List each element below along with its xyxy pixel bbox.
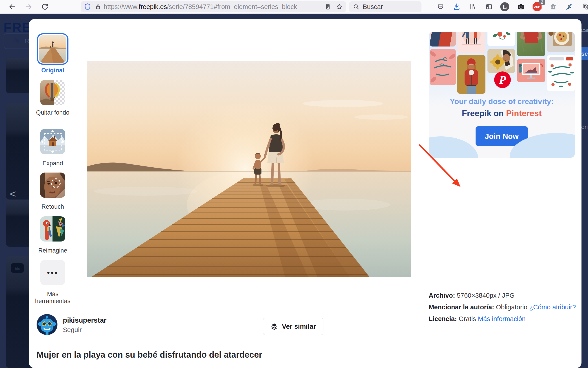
search-icon [353,3,360,10]
pinterest-promo-banner: P Your daily dose of creativity: Freepik… [429,32,575,158]
layers-icon [270,322,278,331]
lastpass-icon: L [500,2,509,11]
more-info-link[interactable]: Más información [478,315,526,322]
puzzle-icon [582,3,588,10]
sidebar-toggle-button[interactable] [484,0,494,13]
tracking-protection-shield-icon[interactable] [84,3,91,10]
tool-expand[interactable] [40,129,65,154]
background-login-text-fragment: esi [581,27,588,34]
adblock-badge: 2 [539,0,545,5]
sidebar-icon [485,3,493,10]
pinterest-logo: P [494,72,511,88]
search-input[interactable]: Buscar [349,1,421,12]
tool-reimagine[interactable] [40,216,65,241]
adblock-extension-button[interactable]: ABP 2 [532,0,542,13]
annotation-arrow [417,143,466,192]
library-button[interactable] [468,0,478,13]
remove-background-thumbnail [40,80,65,105]
back-button[interactable] [7,0,18,13]
author-avatar[interactable] [36,314,57,335]
attribution-info-line: Mencionar la autoría: Obligatorio ¿Cómo … [429,304,577,311]
collage-sunflower-tile [487,49,515,73]
camera-icon [517,3,525,11]
browser-toolbar: https://www.freepik.es/serie/78594771#fr… [0,0,588,14]
collage-illustration-tile [457,32,485,53]
downloads-button[interactable] [452,0,462,13]
incognito-extension-button[interactable] [548,0,558,13]
background-download-button-fragment: sc [581,47,588,60]
extensions-puzzle-button[interactable] [580,0,588,13]
collage-floral-tile [487,32,515,46]
bookmark-star-icon[interactable] [336,3,343,10]
follow-link[interactable]: Seguir [63,326,82,334]
collage-positive-energy-tile [547,55,575,91]
author-name[interactable]: pikisuperstar [63,316,107,324]
banner-subheadline: Freepik on Pinterest [429,109,575,118]
reload-button[interactable] [40,0,50,13]
pocket-button[interactable] [435,0,446,13]
pocket-icon [437,3,444,10]
freepik-logo-fragment: FRE [4,20,31,35]
how-to-attribute-link[interactable]: ¿Cómo atribuir? [529,304,576,311]
original-thumbnail-image [39,35,66,63]
lock-icon[interactable] [95,3,101,10]
back-arrow-icon [9,3,16,10]
reload-icon [41,3,49,10]
collage-beret-woman-tile [457,55,485,94]
file-info-line: Archivo: 5760×3840px / JPG [429,292,577,299]
ellipsis-icon: ••• [47,268,59,277]
forward-arrow-icon [25,3,32,10]
url-text: https://www.freepik.es/serie/78594771#fr… [104,3,297,10]
reader-mode-icon[interactable] [325,3,331,10]
downloads-arrow-icon [453,3,461,10]
collage-food-photo-tile [547,32,575,52]
screenshot-extension-button[interactable] [516,0,526,13]
spy-icon [549,3,557,10]
tool-more-tools[interactable]: ••• [40,260,65,285]
tool-reimagine-label: Reimagine [30,247,75,254]
collage-adventure-card-tile [430,49,456,85]
tool-retouch-label: Retouch [30,203,75,210]
arrow-extension-icon [566,3,573,10]
collage-yoga-illustration-tile [517,59,545,82]
shapes-icon [14,39,19,43]
collage-photo-tile [517,32,545,56]
screenshot-root: FRE R < esi sc eri [0,0,588,368]
tool-remove-background[interactable] [40,80,65,105]
arrow-extension-button[interactable] [564,0,575,13]
search-placeholder: Buscar [363,3,383,10]
lastpass-extension-button[interactable]: L [500,0,510,13]
license-info-line: Licencia: Gratis Más información [429,315,577,323]
collage-illustration-tile [430,32,456,46]
preview-image[interactable] [87,61,411,277]
reimagine-thumbnail [40,216,65,241]
tool-more-tools-label: Más herramientas [30,291,75,305]
url-bar[interactable]: https://www.freepik.es/serie/78594771#fr… [81,1,346,12]
tool-original-label: Original [30,67,75,74]
forward-button[interactable] [23,0,34,13]
tool-expand-label: Expand [30,160,75,167]
expand-thumbnail [40,129,65,154]
carousel-prev-chevron-icon[interactable]: < [10,188,16,200]
tool-original[interactable] [37,33,69,65]
library-icon [469,3,476,10]
see-similar-button[interactable]: Ver similar [263,318,323,335]
background-text-fragment: eri [581,124,588,130]
banner-headline: Your daily dose of creativity: [429,97,575,106]
retouch-thumbnail [40,173,65,198]
tool-retouch[interactable] [40,173,65,198]
premium-crown-badge [11,263,24,273]
image-title: Mujer en la playa con su bebé disfrutand… [36,350,418,360]
tool-remove-background-label: Quitar fondo [30,109,75,116]
